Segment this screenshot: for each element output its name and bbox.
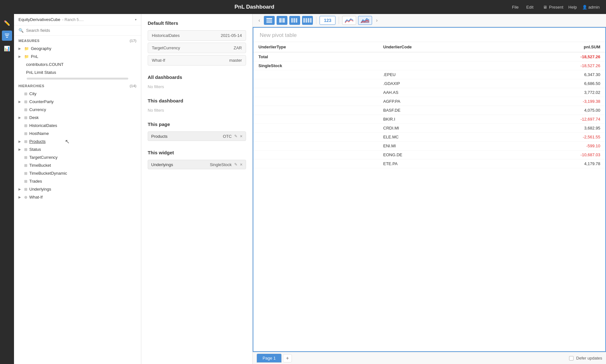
list-item[interactable]: contributors.COUNT — [14, 60, 141, 68]
cube-selector[interactable]: EquityDerivativesCube - Ranch 5…. ▾ — [14, 14, 141, 25]
hierarchy-icon: ⊞ — [24, 163, 27, 168]
list-item[interactable]: ▶ ⊛ What-If — [14, 193, 141, 201]
hierarchy-icon: ⊞ — [24, 108, 27, 112]
search-input[interactable] — [26, 28, 137, 33]
col-pnl-sum: pnl.SUM — [506, 42, 605, 52]
toolbar-table-icon-1[interactable] — [264, 16, 275, 25]
svg-rect-9 — [291, 18, 293, 23]
present-button[interactable]: 🖥 Present — [543, 5, 563, 10]
products-list-item[interactable]: ▶ ⊞ Products ↖ — [14, 137, 141, 145]
this-page-title: This page — [148, 122, 246, 127]
page-1-tab[interactable]: Page 1 — [257, 354, 282, 363]
fields-list: MEASURES (17) ▶ 📁 Geography ▶ 📁 PnL cont… — [14, 36, 141, 364]
data-table: UnderlierType UnderlierCode pnl.SUM Tota… — [253, 42, 605, 168]
list-item[interactable]: ⊞ Trades — [14, 177, 141, 185]
what-if-icon: ⊛ — [24, 195, 27, 200]
filter-row: TargetCurrency ZAR — [148, 43, 246, 53]
hierarchy-icon: ⊞ — [24, 123, 27, 128]
scrollbar-indicator — [27, 78, 128, 80]
this-page-filter-chip: Products OTC ✎ × — [148, 131, 246, 141]
search-icon: 🔍 — [18, 28, 24, 33]
toolbar-table-icon-3[interactable] — [289, 16, 300, 25]
list-item[interactable]: ▶ 📁 Geography — [14, 45, 141, 52]
expand-icon: ▶ — [18, 47, 22, 50]
all-dashboards-title: All dashboards — [148, 74, 246, 80]
svg-rect-6 — [266, 22, 272, 23]
table-row: CRDI.MI 3,682.95 — [253, 124, 605, 133]
toolbar-prev-button[interactable]: ‹ — [257, 17, 262, 24]
list-item[interactable]: ▶ ⊞ Underlyings — [14, 185, 141, 193]
list-item[interactable]: ▶ ⊞ Status — [14, 145, 141, 153]
hierarchy-icon: ⊞ — [24, 100, 27, 104]
svg-rect-1 — [5, 35, 9, 36]
topbar-right: 🖥 Present Help 👤 admin — [543, 5, 600, 10]
remove-filter-icon[interactable]: × — [240, 134, 243, 139]
svg-rect-2 — [6, 37, 8, 38]
toolbar: ‹ — [253, 14, 606, 27]
monitor-icon: 🖥 — [543, 5, 547, 10]
toolbar-line-chart-button[interactable] — [342, 16, 356, 25]
defer-updates-checkbox[interactable] — [569, 356, 574, 360]
expand-icon: ▶ — [18, 100, 22, 103]
admin-button[interactable]: 👤 admin — [582, 5, 600, 10]
list-item[interactable]: PnL Limit Status — [14, 68, 141, 76]
measures-header: MEASURES (17) — [14, 36, 141, 45]
right-panel: ‹ — [253, 14, 606, 364]
remove-filter-icon[interactable]: × — [240, 162, 243, 167]
add-page-button[interactable]: + — [283, 354, 292, 362]
toolbar-table-icon-2[interactable] — [277, 16, 287, 25]
chart-icon-btn[interactable]: 📊 — [2, 43, 12, 53]
svg-rect-15 — [310, 18, 312, 23]
all-dashboards-section: All dashboards No filters — [148, 74, 246, 89]
table-row: SingleStock -18,527.26 — [253, 61, 605, 70]
toolbar-separator — [316, 17, 316, 24]
list-item[interactable]: ▶ 📁 PnL — [14, 52, 141, 60]
toolbar-table-icon-4[interactable] — [302, 16, 313, 25]
topbar-title: PnL Dashboard — [6, 4, 503, 10]
folder-icon: 📁 — [24, 54, 29, 59]
hierarchy-icon: ⊞ — [24, 187, 27, 192]
col-underlier-type: UnderlierType — [253, 42, 378, 52]
table-row: .EPEU 6,347.30 — [253, 70, 605, 79]
main-layout: EquityDerivativesCube - Ranch 5…. ▾ 🔍 ME… — [14, 14, 606, 364]
user-icon: 👤 — [582, 5, 587, 10]
menu-file[interactable]: File — [512, 5, 519, 10]
list-item[interactable]: ▶ ⊞ CounterParty — [14, 98, 141, 106]
toolbar-123-button[interactable]: 123 — [320, 16, 335, 25]
topbar-menu: File Edit — [512, 5, 533, 10]
table-row: BKIR.I -12,697.74 — [253, 115, 605, 124]
toolbar-area-chart-button[interactable] — [358, 16, 372, 25]
default-filters-title: Default filters — [148, 20, 246, 26]
table-row: Total -18,527.26 — [253, 52, 605, 61]
edit-filter-icon[interactable]: ✎ — [234, 162, 237, 167]
list-item[interactable]: ⊞ TimeBucket — [14, 161, 141, 169]
filter-icon-btn[interactable] — [2, 31, 12, 41]
table-row: AGFP.PA -3,199.38 — [253, 97, 605, 106]
this-page-section: This page Products OTC ✎ × — [148, 122, 246, 141]
list-item[interactable]: ⊞ HistoricalDates — [14, 122, 141, 130]
menu-edit[interactable]: Edit — [526, 5, 533, 10]
table-row: BASF.DE 4,075.00 — [253, 106, 605, 115]
list-item[interactable]: ⊞ HostName — [14, 130, 141, 137]
list-item[interactable]: ▶ ⊞ Desk — [14, 114, 141, 122]
edit-icon-btn[interactable]: ✏️ — [2, 18, 12, 28]
svg-rect-7 — [279, 18, 282, 23]
svg-rect-3 — [266, 18, 272, 19]
pivot-table-container: New pivot table UnderlierType UnderlierC… — [253, 27, 606, 352]
this-dashboard-section: This dashboard No filters — [148, 98, 246, 113]
expand-icon: ▶ — [18, 116, 22, 119]
expand-icon: ▶ — [18, 148, 22, 151]
list-item[interactable]: ⊞ TimeBucketDynamic — [14, 169, 141, 177]
list-item[interactable]: ⊞ Currency — [14, 106, 141, 114]
list-item[interactable]: ⊞ TargetCurrency — [14, 153, 141, 161]
edit-filter-icon[interactable]: ✎ — [234, 134, 237, 138]
help-button[interactable]: Help — [568, 5, 577, 10]
toolbar-next-button[interactable]: › — [374, 17, 379, 24]
cube-sub: - Ranch 5…. — [62, 18, 84, 22]
tab-bar: Page 1 + Defer updates — [253, 352, 606, 364]
list-item[interactable]: ⊞ City — [14, 90, 141, 98]
left-panel: EquityDerivativesCube - Ranch 5…. ▾ 🔍 ME… — [14, 14, 141, 364]
this-widget-filter-chip: Underlyings SingleStock ✎ × — [148, 160, 246, 169]
table-row: AAH.AS 3,772.02 — [253, 88, 605, 97]
this-widget-section: This widget Underlyings SingleStock ✎ × — [148, 150, 246, 169]
